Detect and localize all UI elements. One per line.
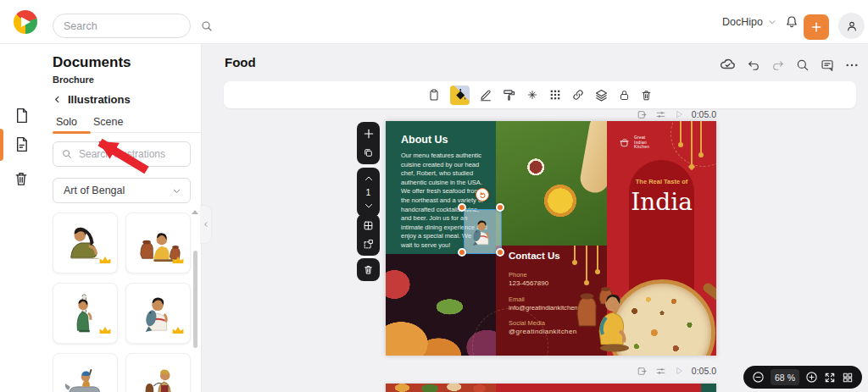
panel-scrollbar[interactable] [193, 251, 198, 348]
rail-item-trash[interactable] [11, 168, 31, 189]
rail-item-templates[interactable] [11, 105, 31, 125]
contact-phone-label[interactable]: Phone [509, 271, 527, 279]
bell-icon [784, 14, 799, 30]
workspace-label: DocHipo [722, 16, 763, 28]
transition-icon[interactable] [637, 109, 648, 120]
lock-icon[interactable] [618, 89, 631, 102]
category-value: Art of Bengal [64, 185, 125, 196]
cover-tagline[interactable]: The Real Taste of [607, 178, 716, 185]
food-photo-thali[interactable] [496, 121, 607, 246]
rotate-handle[interactable] [476, 188, 489, 202]
add-page-icon[interactable] [363, 128, 375, 140]
selection-handle-bottom-left[interactable] [458, 248, 466, 257]
page-number: 1 [366, 188, 371, 196]
zoom-value[interactable]: 68 % [771, 369, 799, 385]
fill-color-tool[interactable] [450, 86, 470, 105]
category-dropdown[interactable]: Art of Bengal [53, 178, 191, 203]
contact-phone-value[interactable]: 123-4567890 [509, 279, 548, 287]
selection-handle-top-left[interactable] [458, 203, 466, 212]
cover-title[interactable]: India [607, 188, 716, 216]
play-icon[interactable] [674, 366, 684, 376]
global-search-input[interactable] [64, 20, 200, 32]
panel-collapse-handle[interactable] [200, 205, 212, 244]
page2-timeline-row: 0:05.0 [593, 365, 716, 377]
gold-hanging-decoration [700, 121, 702, 153]
rail-item-assets[interactable] [11, 134, 31, 154]
pages-overview-icon[interactable] [842, 372, 854, 384]
dochipo-logo[interactable] [14, 10, 37, 34]
panel-subtitle: Brochure [53, 75, 94, 85]
transition-icon[interactable] [637, 366, 648, 377]
tab-solo[interactable]: Solo [56, 116, 77, 128]
global-search[interactable] [53, 14, 191, 38]
paint-roller-icon[interactable] [502, 88, 516, 102]
create-new-button[interactable] [804, 14, 829, 40]
illustration-thumb-rider-on-bull[interactable] [53, 353, 118, 392]
canvas-page-2-peek[interactable] [386, 384, 716, 392]
zoom-out-icon[interactable] [752, 371, 765, 384]
redo-icon[interactable] [771, 58, 786, 73]
active-tab-underline [53, 131, 91, 134]
illustration-thumb-woman-with-fish[interactable] [125, 283, 191, 344]
more-options-icon[interactable] [844, 58, 860, 73]
rail-active-indicator [0, 129, 3, 161]
gold-hanging-decoration [574, 246, 576, 261]
illustration-thumb-woman-with-pots[interactable] [125, 213, 191, 273]
placed-woman-with-pots-illustration[interactable] [570, 282, 632, 356]
resize-canvas-icon[interactable] [363, 239, 374, 250]
effects-sparkle-icon[interactable] [526, 88, 539, 102]
comment-icon[interactable] [820, 58, 835, 73]
cloud-saved-icon[interactable] [719, 56, 737, 74]
duplicate-page-icon[interactable] [363, 147, 374, 158]
play-icon[interactable] [674, 109, 684, 119]
undo-icon[interactable] [746, 58, 761, 73]
contact-social-value[interactable]: @greatindiankitchen [509, 328, 577, 335]
selected-element[interactable] [464, 209, 502, 254]
selection-handle-bottom-right[interactable] [496, 248, 504, 257]
link-icon[interactable] [571, 88, 585, 102]
plus-icon [810, 20, 823, 34]
chevron-down-icon[interactable] [364, 201, 374, 211]
selection-handle-top-right[interactable] [496, 203, 504, 212]
timing-settings-icon[interactable] [655, 366, 666, 377]
edit-pencil-icon[interactable] [479, 88, 492, 102]
fit-screen-icon[interactable] [824, 372, 836, 384]
zoom-in-icon[interactable] [805, 371, 818, 384]
contact-social-label[interactable]: Social Media [509, 319, 545, 327]
trash-icon[interactable] [363, 264, 374, 275]
kitchen-logo[interactable]: Great Indian Kitchen [618, 135, 649, 150]
contact-title[interactable]: Contact Us [509, 251, 560, 261]
illustration-search-input[interactable] [79, 148, 210, 160]
illustration-thumb-standing-woman[interactable] [53, 283, 118, 344]
illustration-thumb-seated-woman[interactable] [53, 213, 118, 273]
grid-layout-icon[interactable] [363, 220, 374, 231]
person-icon [845, 19, 859, 33]
illustration-search[interactable] [53, 141, 191, 167]
contact-email-label[interactable]: Email [509, 295, 525, 303]
logo-play-glyph [21, 17, 31, 27]
page1-duration[interactable]: 0:05.0 [692, 109, 716, 119]
about-title[interactable]: About Us [401, 134, 448, 146]
layers-icon[interactable] [594, 88, 609, 102]
delete-page-group [357, 258, 380, 281]
page2-green-segment [701, 384, 716, 392]
back-to-illustrations[interactable]: Illustrations [53, 93, 131, 106]
workspace-switcher[interactable]: DocHipo [722, 14, 776, 30]
delete-icon[interactable] [640, 89, 653, 102]
search-icon [61, 148, 73, 160]
top-header: DocHipo [0, 0, 868, 44]
page2-duration[interactable]: 0:05.0 [692, 366, 716, 376]
clipboard-icon[interactable] [427, 88, 441, 102]
panel-scroll-arrow[interactable] [192, 210, 198, 214]
chevron-down-icon [172, 186, 181, 196]
chevron-up-icon[interactable] [364, 174, 374, 184]
pattern-texture-icon[interactable] [548, 88, 562, 102]
find-icon[interactable] [795, 58, 810, 73]
timing-settings-icon[interactable] [655, 109, 666, 120]
tab-scene[interactable]: Scene [93, 116, 123, 128]
chevron-left-icon [203, 221, 209, 228]
canvas-page-1[interactable]: About Us Our menu features authentic cui… [386, 121, 716, 356]
user-avatar[interactable] [838, 13, 865, 39]
illustration-thumb-man-with-hookah[interactable] [125, 353, 191, 392]
notifications-bell[interactable] [784, 14, 799, 30]
